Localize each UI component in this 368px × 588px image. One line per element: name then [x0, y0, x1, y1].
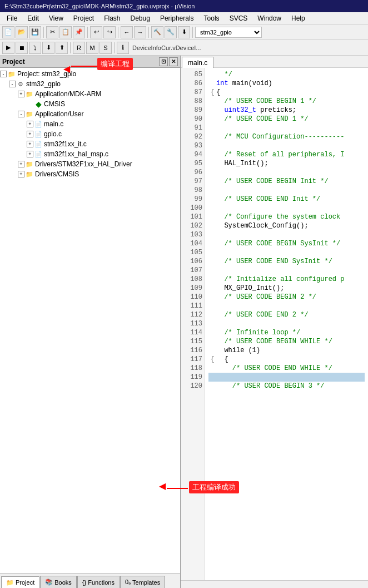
menu-item-edit[interactable]: Edit: [23, 13, 43, 23]
menu-item-window[interactable]: Window: [253, 13, 286, 23]
tree-item-label: CMSIS: [44, 100, 65, 108]
horizontal-scrollbar[interactable]: [181, 580, 368, 588]
code-line-86: int main(void): [208, 79, 365, 88]
proj-tab-tab-books[interactable]: 📚Books: [40, 576, 77, 588]
tree-item-drivers-hal[interactable]: +📁Drivers/STM32F1xx_HAL_Driver: [0, 159, 180, 169]
line-number: 92: [183, 132, 202, 141]
step-in-button[interactable]: ⬇: [42, 42, 54, 54]
code-line-text: /* USER CODE END WHILE */: [216, 364, 365, 373]
code-line-117: { {: [208, 355, 365, 364]
project-undock-button[interactable]: ⊡: [159, 57, 168, 66]
line-number: 109: [183, 284, 202, 293]
tree-item-app-mdk[interactable]: +📁Application/MDK-ARM: [0, 89, 180, 99]
debug-start-button[interactable]: ▶: [2, 42, 14, 54]
menu-item-tools[interactable]: Tools: [200, 13, 224, 23]
copy-button[interactable]: 📋: [59, 26, 72, 38]
tab-functions-icon: {}: [82, 579, 86, 586]
tree-expand-btn[interactable]: -: [0, 71, 7, 77]
menu-item-file[interactable]: File: [2, 13, 22, 23]
line-number: 117: [183, 355, 202, 364]
save-button[interactable]: 💾: [29, 26, 41, 38]
tree-item-label: Application/MDK-ARM: [35, 90, 101, 98]
line-number: 113: [183, 319, 202, 328]
line-number: 93: [183, 141, 202, 150]
code-line-text: /* USER CODE BEGIN 3 */: [216, 382, 365, 391]
build-button[interactable]: 🔨: [151, 26, 163, 38]
navigate-fwd-button[interactable]: →: [134, 26, 146, 38]
step-out-button[interactable]: ⬆: [56, 42, 68, 54]
project-close-button[interactable]: ✕: [169, 57, 178, 66]
proj-tab-tab-project[interactable]: 📁Project: [1, 576, 39, 588]
tree-expand-btn[interactable]: -: [18, 111, 24, 117]
menu-item-view[interactable]: View: [44, 13, 68, 23]
step-over-button[interactable]: ⤵: [29, 42, 41, 54]
tree-item-cmsis[interactable]: ◆CMSIS: [0, 99, 180, 109]
line-number: 96: [183, 168, 202, 177]
tree-expand-btn[interactable]: +: [18, 91, 24, 97]
line-number: 85: [183, 70, 202, 79]
menu-item-flash[interactable]: Flash: [100, 13, 125, 23]
paste-button[interactable]: 📌: [73, 26, 85, 38]
code-content[interactable]: */int main(void){{ /* USER CODE BEGIN 1 …: [205, 68, 368, 580]
undo-button[interactable]: ↩: [90, 26, 102, 38]
register-view-button[interactable]: R: [73, 42, 85, 54]
rebuild-button[interactable]: 🔧: [165, 26, 177, 38]
debug-stop-button[interactable]: ⏹: [16, 42, 28, 54]
code-line-119: [208, 373, 365, 382]
code-line-text: uint32_t preticks;: [216, 106, 365, 115]
code-line-text: /* Configure the system clock: [216, 213, 365, 221]
tree-item-target[interactable]: -⚙stm32_gpio: [0, 79, 180, 89]
new-file-button[interactable]: 📄: [2, 26, 14, 38]
project-select[interactable]: stm32_gpio: [195, 27, 262, 38]
tree-item-label: Drivers/CMSIS: [35, 170, 79, 178]
navigate-back-button[interactable]: ←: [121, 26, 133, 38]
code-line-100: [208, 204, 365, 213]
code-line-118: /* USER CODE END WHILE */: [208, 364, 365, 373]
tree-expand-btn[interactable]: +: [27, 121, 33, 127]
menu-bar: FileEditViewProjectFlashDebugPeripherals…: [0, 12, 368, 24]
code-line-text: int main(void): [216, 79, 365, 88]
project-tabs: 📁Project📚Books{}Functions0ₐTemplates: [0, 574, 180, 588]
code-line-text: /* USER CODE BEGIN WHILE */: [216, 337, 365, 346]
tree-expand-btn[interactable]: +: [27, 131, 33, 137]
toolbar-separator: [118, 27, 118, 38]
cut-button[interactable]: ✂: [46, 26, 58, 38]
stack-view-button[interactable]: S: [100, 42, 112, 54]
editor-tab-main-c[interactable]: main.c: [182, 57, 213, 68]
tree-item-icon: 📁: [8, 70, 16, 78]
tree-expand-btn[interactable]: +: [27, 151, 33, 157]
menu-item-project[interactable]: Project: [69, 13, 98, 23]
proj-tab-tab-functions[interactable]: {}Functions: [77, 576, 120, 588]
line-number: 88: [183, 97, 202, 106]
tree-expand-btn[interactable]: +: [27, 141, 33, 147]
line-number: 108: [183, 275, 202, 284]
tree-expand-btn[interactable]: +: [18, 171, 24, 177]
download-button[interactable]: ⬇: [178, 26, 190, 38]
menu-item-debug[interactable]: Debug: [126, 13, 155, 23]
menu-item-peripherals[interactable]: Peripherals: [156, 13, 198, 23]
tree-item-app-user[interactable]: -📁Application/User: [0, 109, 180, 119]
tree-item-stm32f1xx-it[interactable]: +📄stm32f1xx_it.c: [0, 139, 180, 149]
tree-expand-btn[interactable]: -: [9, 81, 16, 87]
tree-item-stm32f1xx-msp[interactable]: +📄stm32f1xx_hal_msp.c: [0, 149, 180, 159]
line-number: 87: [183, 88, 202, 97]
tree-item-label: main.c: [44, 120, 63, 128]
menu-item-help[interactable]: Help: [287, 13, 310, 23]
tree-expand-btn[interactable]: +: [18, 161, 24, 167]
code-area[interactable]: 8586878889909192939495969798991001011021…: [181, 68, 368, 580]
memory-view-button[interactable]: M: [86, 42, 98, 54]
proj-tab-tab-templates[interactable]: 0ₐTemplates: [120, 576, 165, 588]
tree-item-proj-root[interactable]: -📁Project: stm32_gpio: [0, 69, 180, 79]
tree-item-gpio-c[interactable]: +📄gpio.c: [0, 129, 180, 139]
menu-item-svcs[interactable]: SVCS: [225, 13, 252, 23]
redo-button[interactable]: ↪: [103, 26, 116, 38]
tree-item-drivers-cmsis[interactable]: +📁Drivers/CMSIS: [0, 169, 180, 179]
device-info-button[interactable]: ℹ: [117, 42, 129, 54]
code-line-text: /* MCU Configuration----------: [216, 132, 365, 141]
code-line-text: /* Reset of all peripherals, I: [216, 150, 365, 159]
tab-functions-label: Functions: [88, 579, 115, 586]
project-tree: -📁Project: stm32_gpio-⚙stm32_gpio+📁Appli…: [0, 68, 180, 574]
code-line-93: [208, 141, 365, 150]
open-file-button[interactable]: 📂: [16, 26, 28, 38]
tree-item-main-c[interactable]: +📄main.c: [0, 119, 180, 129]
